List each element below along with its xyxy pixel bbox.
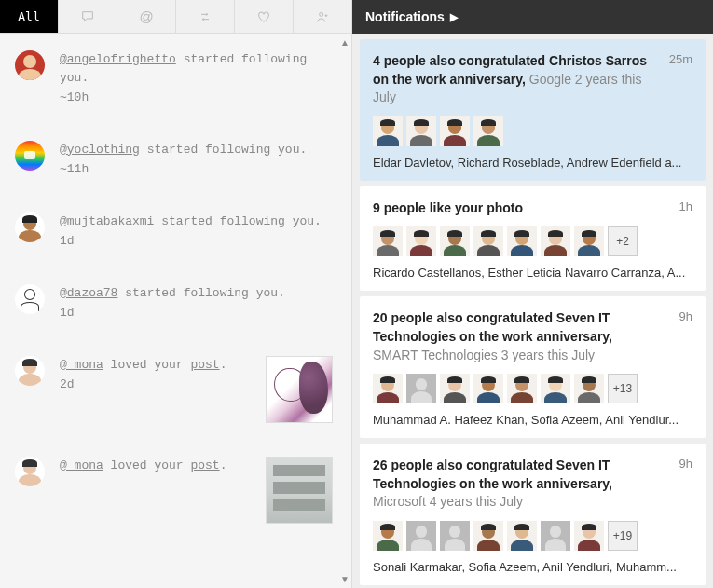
- feed-item[interactable]: @_mona loved your post.: [0, 440, 351, 540]
- right-panel: Notifications ▶ 25m4 people also congrat…: [352, 0, 713, 588]
- feed-body: @yoclothing started following you.~11h: [60, 141, 333, 179]
- notifications-header[interactable]: Notifications ▶: [352, 0, 713, 34]
- notification-card[interactable]: 25m4 people also congratulated Christos …: [360, 39, 706, 181]
- timestamp: 2d: [60, 376, 258, 394]
- notification-title: 20 people also congratulated Seven IT Te…: [373, 309, 692, 364]
- username-link[interactable]: @yoclothing: [60, 143, 140, 157]
- timestamp: 25m: [669, 52, 692, 66]
- avatar[interactable]: [541, 521, 570, 551]
- names-line: Eldar Davletov, Richard Roseblade, Andre…: [373, 156, 692, 170]
- timestamp: ~11h: [60, 160, 333, 179]
- feed-body: @_mona loved your post.: [60, 457, 258, 524]
- scroll-up-icon[interactable]: ▲: [340, 37, 350, 48]
- names-line: Sonali Karmakar, Sofia Azeem, Anil Yendl…: [373, 560, 692, 574]
- tab-replies[interactable]: [59, 0, 117, 33]
- avatar[interactable]: [507, 226, 537, 256]
- reblog-icon: [198, 9, 213, 24]
- notification-card[interactable]: 1h9 people like your photo+2Ricardo Cast…: [360, 186, 706, 292]
- feed-item[interactable]: @_mona loved your post.2d: [0, 339, 351, 440]
- notification-card[interactable]: 9h20 people also congratulated Seven IT …: [360, 296, 706, 438]
- feed-item[interactable]: @angelofrighetto started following you.~…: [0, 34, 351, 124]
- avatar[interactable]: [440, 521, 470, 551]
- avatar[interactable]: [15, 356, 45, 386]
- scroll-down-icon[interactable]: ▼: [340, 574, 350, 584]
- timestamp: ~10h: [60, 89, 333, 107]
- avatar-row: +13: [373, 374, 692, 403]
- avatar[interactable]: [440, 226, 470, 256]
- avatar[interactable]: [406, 226, 436, 256]
- tab-mentions[interactable]: @: [117, 0, 176, 33]
- avatar[interactable]: [15, 212, 45, 242]
- avatar[interactable]: [473, 521, 503, 551]
- notification-title: 26 people also congratulated Seven IT Te…: [373, 457, 692, 512]
- avatar[interactable]: [406, 521, 436, 551]
- avatar-row: [373, 116, 692, 146]
- timestamp: 9h: [679, 457, 692, 471]
- avatar[interactable]: [541, 374, 570, 403]
- left-panel: All @ @angelofrighetto started following…: [0, 0, 352, 588]
- avatar[interactable]: [541, 226, 570, 256]
- post-thumbnail[interactable]: [266, 457, 333, 524]
- avatar[interactable]: [15, 141, 45, 171]
- avatar[interactable]: [406, 116, 436, 146]
- avatar[interactable]: [15, 457, 45, 486]
- username-link[interactable]: @_mona: [60, 458, 103, 472]
- username-link[interactable]: @_mona: [60, 358, 103, 372]
- post-thumbnail[interactable]: [266, 356, 333, 423]
- username-link[interactable]: @mujtabakaxmi: [60, 214, 154, 228]
- svg-point-0: [320, 12, 323, 16]
- notification-title: 9 people like your photo: [373, 199, 692, 218]
- avatar[interactable]: [574, 521, 604, 551]
- avatar[interactable]: [440, 374, 470, 403]
- activity-feed[interactable]: @angelofrighetto started following you.~…: [0, 34, 351, 588]
- speech-bubble-icon: [80, 9, 95, 24]
- avatar[interactable]: [373, 374, 403, 403]
- feed-item[interactable]: @dazoa78 started following you.1d: [0, 267, 351, 339]
- timestamp: 1d: [60, 232, 333, 251]
- avatar-row: +19: [373, 521, 692, 551]
- tab-reblogs[interactable]: [176, 0, 235, 33]
- more-count[interactable]: +2: [608, 226, 638, 256]
- avatar[interactable]: [507, 374, 537, 403]
- avatar[interactable]: [473, 374, 503, 403]
- avatar[interactable]: [15, 50, 45, 80]
- username-link[interactable]: @angelofrighetto: [60, 52, 176, 66]
- names-line: Ricardo Castellanos, Esther Leticia Nava…: [373, 266, 692, 280]
- avatar[interactable]: [406, 374, 436, 403]
- tab-all[interactable]: All: [0, 0, 59, 33]
- names-line: Muhammad A. Hafeez Khan, Sofia Azeem, An…: [373, 413, 692, 427]
- timestamp: 1h: [679, 199, 692, 213]
- feed-item[interactable]: @mujtabakaxmi started following you.1d: [0, 196, 351, 267]
- feed-body: @mujtabakaxmi started following you.1d: [60, 212, 333, 251]
- feed-body: @angelofrighetto started following you.~…: [60, 50, 333, 107]
- feed-body: @_mona loved your post.2d: [60, 356, 258, 423]
- avatar[interactable]: [440, 116, 470, 146]
- notifications-title: Notifications: [365, 9, 445, 24]
- tab-likes[interactable]: [235, 0, 294, 33]
- avatar[interactable]: [574, 226, 604, 256]
- notification-card[interactable]: 9h26 people also congratulated Seven IT …: [360, 444, 706, 585]
- username-link[interactable]: @dazoa78: [60, 286, 117, 300]
- avatar[interactable]: [373, 226, 403, 256]
- avatar[interactable]: [473, 226, 503, 256]
- avatar[interactable]: [574, 374, 604, 403]
- avatar[interactable]: [473, 116, 503, 146]
- avatar[interactable]: [373, 521, 403, 551]
- avatar-row: +2: [373, 226, 692, 256]
- avatar[interactable]: [507, 521, 537, 551]
- more-count[interactable]: +19: [608, 521, 638, 551]
- more-count[interactable]: +13: [608, 374, 638, 403]
- tab-bar: All @: [0, 0, 351, 34]
- timestamp: 9h: [679, 309, 692, 323]
- notifications-list[interactable]: 25m4 people also congratulated Christos …: [352, 34, 713, 588]
- avatar[interactable]: [373, 116, 403, 146]
- post-link[interactable]: post: [190, 458, 219, 472]
- add-user-icon: [315, 9, 330, 24]
- avatar[interactable]: [15, 284, 45, 314]
- heart-icon: [256, 9, 271, 24]
- tab-follows[interactable]: [294, 0, 351, 33]
- post-link[interactable]: post: [190, 358, 219, 372]
- caret-right-icon: ▶: [450, 11, 458, 23]
- notification-title: 4 people also congratulated Christos Sar…: [373, 52, 692, 107]
- feed-item[interactable]: @yoclothing started following you.~11h: [0, 124, 351, 196]
